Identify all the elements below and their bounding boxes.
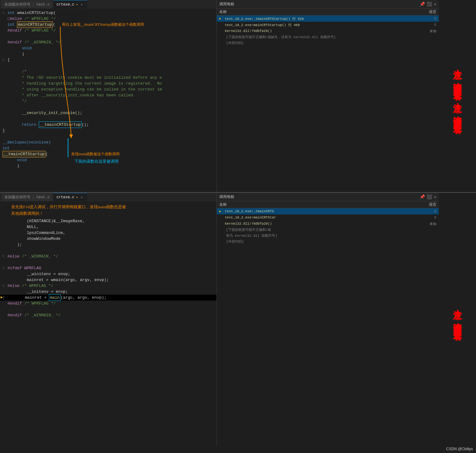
tab-close-top[interactable]: ✕	[80, 2, 84, 7]
bottom-callstack-row-4: [下面的框架可能不正确和/或	[217, 227, 439, 233]
annotation-tmain-def: 发现main函数被这个函数调用	[71, 151, 120, 157]
top-editor-tabs: 未加载任何符号 | test.c crtexe.c ● ✕ +	[0, 0, 216, 9]
tab-sep-bottom: |	[32, 195, 34, 200]
bottom-stack-lang-3: 未知	[418, 222, 436, 226]
code-line-20: return __tmainCRTStartup ();	[0, 122, 216, 128]
bottom-editor-tabs: 未加载任何符号 | test.c crtexe.c ● ✕ +	[0, 193, 216, 201]
col-lang-label-bottom: 语言	[418, 202, 436, 207]
code-line-3: int mainCRTStartup ( 再往上发现__tmainCRTStar…	[0, 22, 216, 28]
bottom-code-12: #endif /* WPRFLAG */	[0, 301, 216, 306]
col-lang-label: 语言	[418, 9, 436, 15]
bottom-code-7: □ #ifdef WPRFLAG	[0, 265, 216, 271]
code-line-13: * handling targetting the current image …	[0, 81, 216, 86]
code-line-11: /*	[0, 69, 216, 75]
bottom-active-arrow: ▶	[219, 209, 224, 213]
callstack-row-1[interactable]: ▶ test_10_2.exe!_tmainCRTStartup() 行 626…	[217, 15, 439, 22]
code-line-8: )	[0, 51, 216, 57]
active-arrow-1: ▶	[219, 17, 224, 20]
bottom-code-blank2	[0, 259, 216, 265]
stack-frame-3: kernel32.dll!76dbfa29()	[225, 29, 417, 33]
bottom-stack-lang-1: C	[418, 209, 436, 213]
bottom-code-blank3	[0, 306, 216, 312]
yellow-arrow: ▶	[1, 295, 3, 301]
annotation-main-crt: 再往上发现__tmainCRTStartup函数被这个函数调用	[62, 22, 144, 28]
bottom-callstack-row-1[interactable]: ▶ test_10_2.exe!_tmainCRTS C	[217, 208, 439, 214]
bottom-right-annotation: 注意：这张图从下面往上看！	[439, 193, 476, 446]
bottom-callstack-row-2[interactable]: test_10_2.exe!mainCRTStar C	[217, 214, 439, 221]
code-line-9: □ {	[0, 57, 216, 63]
callstack-row-5: [外部代码]	[217, 40, 439, 46]
tab-label: 未加载任何符号	[4, 2, 30, 7]
main-crt-startup-boxed: mainCRTStartup	[17, 21, 53, 28]
tab-test-c-top[interactable]: 未加载任何符号 | test.c	[1, 0, 53, 8]
code-line-7: void	[0, 45, 216, 51]
callstack-icons-top: 📌 ⬛ ✕	[420, 2, 436, 7]
close-icon-top[interactable]: ✕	[434, 2, 436, 7]
code-line-18: __security_init_cookie();	[0, 110, 216, 116]
code-line-21: }	[0, 128, 216, 134]
bottom-code-4: showWindowMode	[0, 236, 216, 242]
tab-label-bottom: 未加载任何符号	[4, 195, 30, 200]
code-line-1: □ int wmainCRTStartup(	[0, 10, 216, 16]
code-line-2: □#else /* WPRFLAG */	[0, 16, 216, 22]
top-vertical-text: 注意：这张图从下面往上看！注意：这张图从下面往上看！	[452, 63, 463, 130]
bottom-code-11: __initenv = envp;	[0, 289, 216, 295]
stack-lang-3: 未知	[418, 29, 436, 33]
bottom-stack-lang-2: C	[418, 216, 436, 219]
bottom-callstack-row-5: 有为 kernel32.dll 加载符号]	[217, 233, 439, 239]
bottom-code-3: lpszCommandLine,	[0, 230, 216, 236]
stack-frame-1: test_10_2.exe!_tmainCRTStartup() 行 626	[225, 16, 417, 21]
callstack-row-4: [下面的框架可能不正确和/或缺失，没有为 kernel32.dll 加载符号]	[217, 34, 439, 40]
code-line-24: int	[0, 145, 216, 151]
col-name-label-bottom: 名称	[219, 202, 418, 207]
code-line-5	[0, 33, 216, 39]
callstack-icons-bottom: 📌 ⬛ ✕	[420, 194, 436, 200]
pin-icon-top[interactable]: 📌	[420, 2, 425, 7]
stack-lang-1: C	[418, 17, 436, 20]
bottom-code-13: #endif /* _WINMAIN_ */	[0, 312, 216, 318]
code-line-27: )	[0, 163, 216, 169]
bottom-stack-frame-2: test_10_2.exe!mainCRTStar	[225, 216, 417, 219]
bottom-callstack-columns: 名称 语言	[217, 201, 439, 208]
pin-icon-bottom[interactable]: 📌	[420, 194, 425, 200]
main-call-boxed: main	[49, 294, 60, 301]
bottom-code-blank1	[0, 248, 216, 253]
bottom-code-6: □ #else /* _WINMAIN_ */	[0, 253, 216, 259]
tab-test-c-bottom[interactable]: 未加载任何符号 | test.c	[1, 193, 53, 201]
top-callstack-columns: 名称 语言	[217, 9, 439, 15]
code-line-10	[0, 63, 216, 69]
bottom-callstack-pane: 调用堆栈 📌 ⬛ ✕ 名称 语言 ▶ test_10_2.exe!_tmainC…	[217, 193, 439, 446]
bottom-callstack-row-6: [外部代码]	[217, 239, 439, 244]
bottom-code-5: );	[0, 242, 216, 248]
bottom-code-1: (HINSTANCE)&__ImageBase,	[0, 218, 216, 224]
bottom-vertical-text: 注意：这张图从下面往上看！	[452, 303, 463, 336]
tab-crtexe-bottom[interactable]: crtexe.c ● ✕	[53, 193, 87, 201]
bottom-stack-frame-1: test_10_2.exe!_tmainCRTS	[225, 209, 417, 213]
tab-filename: test.c	[36, 2, 50, 7]
code-line-16: */	[0, 98, 216, 104]
dock-icon-top[interactable]: ⬛	[427, 2, 432, 7]
tab-close-bottom[interactable]: ✕	[80, 195, 84, 200]
bottom-code-area: 首先按F10进入调试，并打开调用堆栈窗口，发现main函数也是被 其他函数调用的…	[0, 201, 216, 439]
bottom-stack-frame-3: kernel32.dll!76dbfa29()	[225, 222, 417, 226]
code-line-15: * after __security_init_cookie has been …	[0, 92, 216, 98]
code-line-12: * The /GS security cookie must be initia…	[0, 75, 216, 81]
bottom-panel: 未加载任何符号 | test.c crtexe.c ● ✕ + 首先按F10进入…	[0, 192, 476, 446]
tab-crtexe-label-bottom: crtexe.c	[56, 195, 74, 200]
dock-icon-bottom[interactable]: ⬛	[427, 194, 432, 200]
code-line-19	[0, 116, 216, 122]
callstack-row-2[interactable]: test_10_2.exe!mainCRTStartup() 行 466 C	[217, 22, 439, 28]
callstack-title-top: 调用堆栈	[219, 2, 234, 7]
tab-crtexe-top[interactable]: crtexe.c ● ✕	[53, 0, 87, 8]
callstack-row-3[interactable]: kernel32.dll!76dbfa29() 未知	[217, 28, 439, 34]
bottom-code-8: __winitenv = envp;	[0, 271, 216, 277]
tmain-func-def-boxed: __tmainCRTStartup	[2, 151, 46, 157]
bottom-code-10: □ #else /* WPRFLAG */	[0, 283, 216, 289]
tmain-crt-startup-boxed: __tmainCRTStartup	[39, 121, 82, 128]
bottom-callstack-row-3[interactable]: kernel32.dll!76dbfa29() 未知	[217, 221, 439, 227]
tab-file-bottom: test.c	[36, 195, 50, 200]
watermark: CSDN @Cbiltps	[446, 447, 473, 451]
close-icon-bottom[interactable]: ✕	[434, 194, 436, 200]
top-callstack-pane: 调用堆栈 📌 ⬛ ✕ 名称 语言 ▶ test_10_2.exe!_tmainC…	[217, 0, 439, 192]
tab-dot-bottom: ●	[76, 196, 78, 199]
